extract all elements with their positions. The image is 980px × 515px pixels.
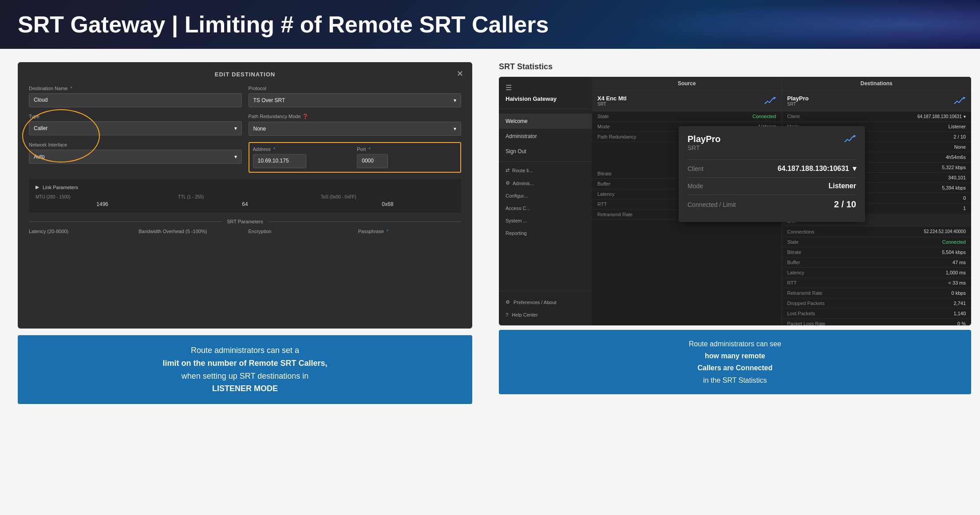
modal-title: EDIT DESTINATION xyxy=(29,71,461,78)
dest-name: PlayPro xyxy=(787,95,809,102)
ttl-value[interactable]: 64 xyxy=(178,201,312,207)
playpro-connected-limit-field: Connected / Limit 2 / 10 xyxy=(688,194,856,214)
encryption-label: Encryption xyxy=(249,229,352,234)
dest-client-row: Client 64.187.188.130:10631 ▾ xyxy=(782,111,972,122)
stat-row-state: State Connected xyxy=(592,111,782,122)
dest-lost-packets-row: Lost Packets 1,140 xyxy=(782,309,972,319)
dest-buffer-row: Buffer 47 ms xyxy=(782,258,972,268)
srt-params-label: SRT Parameters xyxy=(227,219,263,224)
tos-label: ToS (0x00 - 0xFF) xyxy=(321,194,454,199)
sidebar-item-system[interactable]: System ... xyxy=(499,214,592,227)
close-icon[interactable]: ✕ xyxy=(457,69,463,79)
main-content: EDIT DESTINATION ✕ Destination Name * Cl… xyxy=(0,49,980,515)
info-line-3: when setting up SRT destinations in xyxy=(31,370,459,383)
sidebar-nav: Welcome Administrator Sign Out ⇄ Route l… xyxy=(499,109,592,291)
source-sub: SRT xyxy=(597,102,627,107)
path-redundancy-select[interactable]: None ▾ xyxy=(249,122,462,136)
dest-state-row: State Connected xyxy=(782,237,972,247)
dest-srt-connections-row: Connections 52.224.52.104:40000 xyxy=(782,227,972,237)
chevron-right-icon: ▶ xyxy=(36,184,39,190)
dest-packet-loss-row: Packet Loss Rate 0 % xyxy=(782,319,972,325)
edit-destination-modal: EDIT DESTINATION ✕ Destination Name * Cl… xyxy=(18,62,472,329)
hamburger-icon[interactable]: ☰ xyxy=(506,83,585,92)
right-info-line-1: Route administrators can see xyxy=(510,338,960,350)
protocol-select[interactable]: TS Over SRT ▾ xyxy=(249,93,462,107)
address-input[interactable]: 10.69.10.175 xyxy=(253,154,306,168)
info-line-2-bold: limit on the number of Remote SRT Caller… xyxy=(162,359,327,368)
svg-marker-2 xyxy=(963,97,966,99)
playpro-mode-field: Mode Listener xyxy=(688,177,856,194)
playpro-sub: SRT xyxy=(688,144,720,151)
dest-latency-row: Latency 1,000 ms xyxy=(782,268,972,278)
chevron-down-icon: ▾ xyxy=(234,154,237,160)
sidebar-item-admin[interactable]: ⚙ Adminis... xyxy=(499,177,592,190)
mtu-label: MTU (280 - 1500) xyxy=(36,194,169,199)
stats-content: X4 Enc Mtl SRT State xyxy=(592,91,971,325)
gateway-ui: ☰ Haivision Gateway Welcome Administrato… xyxy=(499,77,971,325)
stats-columns-header: Source Destinations xyxy=(592,77,971,91)
dest-sub: SRT xyxy=(787,102,809,107)
help-icon: ? xyxy=(506,312,508,317)
gateway-main: Source Destinations X4 Enc Mtl SRT xyxy=(592,77,971,325)
sidebar-item-administrator[interactable]: Administrator xyxy=(499,129,592,144)
dest-col-header: Destinations xyxy=(782,77,972,90)
right-info-line-3: Callers are Connected xyxy=(510,362,960,374)
page-title: SRT Gateway | Limiting # of Remote SRT C… xyxy=(18,11,549,38)
dest-retransmit-row: Retransmit Rate 0 kbps xyxy=(782,288,972,298)
network-interface-select[interactable]: Auto ▾ xyxy=(29,150,242,164)
path-redundancy-label: Path Redundancy Mode ❓ xyxy=(249,114,462,119)
info-line-4-bold: LISTENER MODE xyxy=(212,384,278,393)
right-info-line-2: how many remote xyxy=(510,350,960,362)
form-row-2: Type Caller ▾ Path Redundancy Mode ❓ Non… xyxy=(29,114,461,136)
sidebar-header: ☰ Haivision Gateway xyxy=(499,77,592,109)
srt-params-row: Latency (20-8000) Bandwidth Overhead (5 … xyxy=(29,229,461,236)
playpro-popup-card: PlayPro SRT Client xyxy=(679,126,865,222)
mtu-value[interactable]: 1496 xyxy=(36,201,169,207)
page-header: SRT Gateway | Limiting # of Remote SRT C… xyxy=(0,0,980,49)
dest-trend-icon xyxy=(953,96,966,106)
destination-name-input[interactable]: Cloud xyxy=(29,93,242,107)
gateway-sidebar: ☰ Haivision Gateway Welcome Administrato… xyxy=(499,77,592,325)
address-port-box: Address * 10.69.10.175 Port * 000 xyxy=(249,142,462,173)
srt-stats-title: SRT Statistics xyxy=(499,62,971,71)
latency-label: Latency (20-8000) xyxy=(29,229,132,234)
svg-marker-0 xyxy=(774,97,776,99)
sidebar-bottom: ⚙ Preferences / About ? Help Center xyxy=(499,291,592,325)
sidebar-logo: Haivision Gateway xyxy=(506,95,585,102)
sidebar-help[interactable]: ? Help Center xyxy=(499,309,592,321)
form-row-3: Network Interface Auto ▾ Address * xyxy=(29,142,461,173)
right-info-line-4: in the SRT Statistics xyxy=(510,374,960,386)
sidebar-item-signout[interactable]: Sign Out xyxy=(499,144,592,159)
sidebar-preferences[interactable]: ⚙ Preferences / About xyxy=(499,296,592,309)
sidebar-item-routes[interactable]: ⇄ Route li... xyxy=(499,164,592,177)
right-panel: SRT Statistics ☰ Haivision Gateway Welco… xyxy=(490,49,980,515)
sidebar-item-access[interactable]: Access C... xyxy=(499,202,592,214)
chevron-down-icon[interactable]: ▾ xyxy=(853,164,856,173)
source-col-header: Source xyxy=(592,77,782,90)
type-label: Type xyxy=(29,114,242,119)
sidebar-item-configure[interactable]: Configur... xyxy=(499,190,592,202)
playpro-client-field: Client 64.187.188.130:10631 ▾ xyxy=(688,159,856,177)
form-row-1: Destination Name * Cloud Protocol TS Ove… xyxy=(29,86,461,107)
protocol-label: Protocol xyxy=(249,86,462,91)
dest-header: PlayPro SRT xyxy=(782,91,972,111)
trend-icon xyxy=(764,96,776,106)
chevron-down-icon: ▾ xyxy=(454,97,456,103)
bw-overhead-label: Bandwidth Overhead (5 -100%) xyxy=(138,229,241,234)
dest-dropped-packets-row: Dropped Packets 2,741 xyxy=(782,298,972,309)
chevron-down-icon: ▾ xyxy=(454,126,456,132)
right-info-box: Route administrators can see how many re… xyxy=(499,330,971,394)
port-input[interactable]: 0000 xyxy=(357,154,388,168)
type-select[interactable]: Caller ▾ xyxy=(29,121,242,135)
sidebar-item-welcome[interactable]: Welcome xyxy=(499,114,592,129)
destination-name-label: Destination Name * xyxy=(29,86,242,91)
path-redundancy-group: Path Redundancy Mode ❓ None ▾ xyxy=(249,114,462,136)
address-port-group: Address * 10.69.10.175 Port * 000 xyxy=(249,142,462,173)
source-name: X4 Enc Mtl xyxy=(597,95,627,102)
network-interface-group: Network Interface Auto ▾ xyxy=(29,142,242,173)
source-header: X4 Enc Mtl SRT xyxy=(592,91,782,111)
tos-value[interactable]: 0x68 xyxy=(321,201,454,207)
link-params-label: Link Parameters xyxy=(43,185,78,190)
sidebar-item-reporting[interactable]: Reporting xyxy=(499,227,592,239)
chevron-down-icon[interactable]: ▾ xyxy=(964,114,966,119)
